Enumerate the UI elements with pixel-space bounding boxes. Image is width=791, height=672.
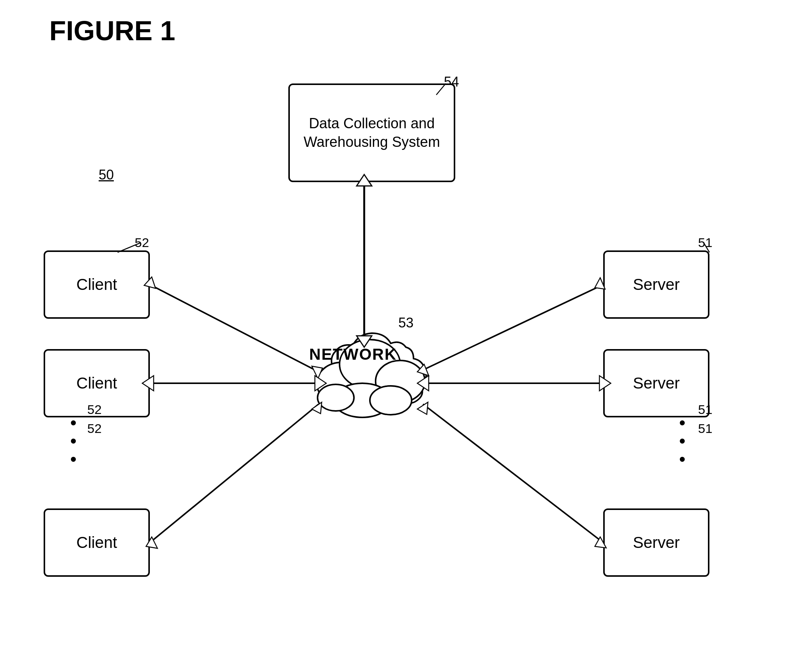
client-box-3: Client xyxy=(44,509,150,577)
dots-left: ••• xyxy=(70,414,76,468)
label-52c: 52 xyxy=(87,421,102,436)
label-51b: 51 xyxy=(698,402,713,417)
svg-line-17 xyxy=(150,404,319,542)
server-box-1: Server xyxy=(603,250,710,319)
server-box-2: Server xyxy=(603,349,710,418)
svg-line-20 xyxy=(423,285,603,370)
figure-title: FIGURE 1 xyxy=(50,15,175,46)
svg-marker-13 xyxy=(312,366,323,379)
label-53: 53 xyxy=(398,315,414,331)
server-box-3: Server xyxy=(603,509,710,577)
svg-point-7 xyxy=(318,384,354,411)
network-label: NETWORK xyxy=(309,345,397,363)
svg-point-6 xyxy=(370,386,412,415)
label-51a: 51 xyxy=(698,235,713,250)
label-52b: 52 xyxy=(87,402,102,417)
label-51c: 51 xyxy=(698,421,713,436)
svg-marker-16 xyxy=(315,376,326,391)
dc-system-box: Data Collection and Warehousing System xyxy=(288,83,455,182)
svg-marker-28 xyxy=(417,402,428,414)
svg-point-2 xyxy=(317,362,366,404)
label-50: 50 xyxy=(99,167,114,183)
svg-line-11 xyxy=(150,285,319,372)
svg-marker-22 xyxy=(417,364,429,376)
svg-point-4 xyxy=(376,360,425,402)
svg-marker-19 xyxy=(312,402,322,414)
client-box-1: Client xyxy=(44,250,150,319)
svg-line-26 xyxy=(423,404,603,542)
label-52a: 52 xyxy=(135,235,149,250)
dots-right: ••• xyxy=(679,414,685,468)
svg-marker-25 xyxy=(417,376,429,391)
svg-point-5 xyxy=(334,383,391,418)
